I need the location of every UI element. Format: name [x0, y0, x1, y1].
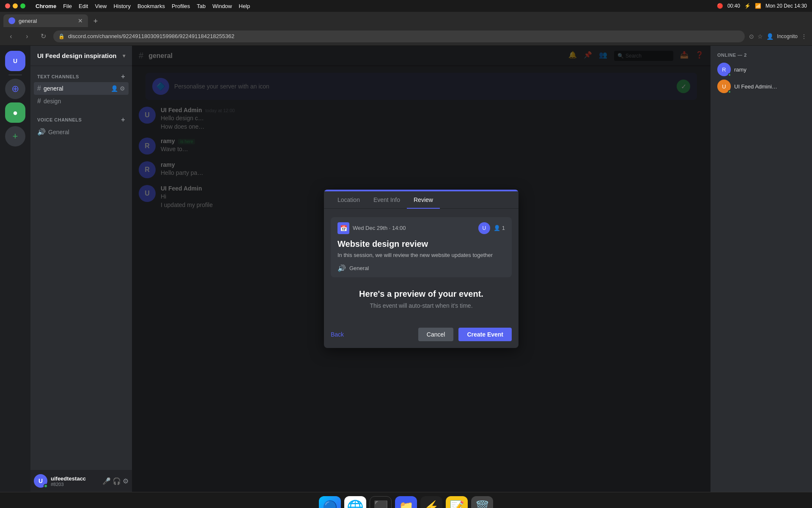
- tab-review[interactable]: Review: [407, 191, 440, 208]
- tab-title: general: [19, 18, 37, 24]
- cancel-button[interactable]: Cancel: [418, 328, 454, 341]
- add-member-icon[interactable]: 👤: [111, 85, 118, 92]
- lock-icon: 🔒: [58, 33, 65, 39]
- dock-folder[interactable]: 📁: [395, 496, 417, 508]
- modal-footer: Back Cancel Create Event: [324, 321, 518, 348]
- menu-view[interactable]: View: [95, 3, 107, 9]
- tab-location[interactable]: Location: [331, 191, 367, 208]
- user-avatar: U: [34, 474, 47, 488]
- text-channels-header: TEXT CHANNELS +: [34, 73, 129, 80]
- menu-window[interactable]: Window: [212, 3, 232, 9]
- server-header[interactable]: UI Feed design inspiration ▾: [30, 46, 132, 66]
- menu-help[interactable]: Help: [239, 3, 250, 9]
- modal-footer-right: Cancel Create Event: [418, 328, 512, 341]
- dock-trash[interactable]: 🗑️: [471, 496, 493, 508]
- user-tag: #8203: [51, 482, 99, 487]
- macos-dock: 🔵 🌐 ⬛ 📁 ⚡ 📝 🗑️: [0, 492, 812, 508]
- battery-icon: 🔴: [717, 3, 723, 9]
- server-name: UI Feed design inspiration: [37, 52, 117, 59]
- incognito-label: Incognito: [777, 33, 798, 39]
- menu-edit[interactable]: Edit: [79, 3, 88, 9]
- refresh-button[interactable]: ↻: [37, 30, 49, 42]
- voice-channel-name: General: [48, 129, 69, 135]
- extensions-icon[interactable]: ⋮: [801, 33, 807, 40]
- discord-app: U ⊕ ● + UI Feed design inspiration ▾ TEX…: [0, 46, 812, 492]
- add-voice-channel-button[interactable]: +: [121, 116, 125, 124]
- settings-icon[interactable]: ⚙: [120, 85, 125, 92]
- bookmark-icon[interactable]: ☆: [757, 33, 763, 40]
- dock-notes[interactable]: 📝: [446, 496, 468, 508]
- user-info: uifeedtestacc #8203: [51, 475, 99, 487]
- modal-body: 📅 Wed Dec 29th · 14:00 U 👤 1: [324, 209, 518, 321]
- channel-item-design[interactable]: # design: [34, 95, 129, 108]
- close-button[interactable]: [5, 3, 10, 8]
- user-settings-icon[interactable]: ⚙: [123, 477, 129, 485]
- topaz-icon: ⚡: [744, 3, 751, 9]
- user-name: uifeedtestacc: [51, 475, 99, 482]
- addressbar-actions: ⊙ ☆ 👤 Incognito ⋮: [749, 33, 807, 40]
- server-badge: U: [478, 222, 490, 234]
- dock-topnotch[interactable]: ⚡: [420, 496, 442, 508]
- online-dot: [728, 73, 731, 77]
- forward-nav-button[interactable]: ›: [21, 30, 33, 42]
- menu-bookmarks[interactable]: Bookmarks: [137, 3, 165, 9]
- modal-backdrop[interactable]: Location Event Info Review 📅: [132, 46, 710, 492]
- dock-chrome[interactable]: 🌐: [344, 496, 366, 508]
- tab-event-info[interactable]: Event Info: [367, 191, 407, 208]
- event-title: Website design review: [337, 239, 505, 249]
- chevron-down-icon: ▾: [123, 53, 125, 59]
- voice-channels-header: VOICE CHANNELS +: [34, 116, 129, 124]
- dock-finder[interactable]: 🔵: [319, 496, 341, 508]
- text-channels-section: TEXT CHANNELS + # general 👤 ⚙ # design: [30, 66, 132, 109]
- traffic-lights[interactable]: [5, 3, 25, 8]
- server-sidebar: U ⊕ ● +: [0, 46, 30, 492]
- speaker-icon: 🔊: [37, 128, 46, 136]
- wifi-icon: 📶: [755, 3, 761, 9]
- tab-close-button[interactable]: ✕: [78, 17, 83, 24]
- server-divider: [8, 75, 22, 75]
- minimize-button[interactable]: [13, 3, 18, 8]
- tab-favicon: [8, 17, 15, 24]
- mute-icon[interactable]: 🎤: [102, 477, 111, 485]
- location-speaker-icon: 🔊: [337, 264, 346, 272]
- maximize-button[interactable]: [20, 3, 25, 8]
- online-name-ramy: ramy: [734, 66, 746, 73]
- profile-icon[interactable]: 👤: [766, 33, 774, 40]
- location-name: General: [349, 265, 369, 271]
- menu-history[interactable]: History: [113, 3, 130, 9]
- event-card-body: Website design review In this session, w…: [331, 239, 512, 277]
- back-nav-button[interactable]: ‹: [5, 30, 17, 42]
- new-tab-button[interactable]: +: [90, 15, 102, 27]
- main-content: # general 🔔 📌 👥 🔍 Search 📥 ❓ 🔷 Personali…: [132, 46, 710, 492]
- voice-channels-label: VOICE CHANNELS: [37, 117, 82, 122]
- online-header: ONLINE — 2: [717, 52, 805, 58]
- create-event-button[interactable]: Create Event: [458, 328, 512, 341]
- app-name[interactable]: Chrome: [36, 3, 56, 9]
- person-icon: 👤: [494, 225, 500, 231]
- add-server-button[interactable]: +: [5, 126, 25, 146]
- event-preview-card: 📅 Wed Dec 29th · 14:00 U 👤 1: [331, 217, 512, 277]
- menu-profiles[interactable]: Profiles: [172, 3, 190, 9]
- server-icon-active[interactable]: U: [5, 51, 25, 71]
- user-controls: 🎤 🎧 ⚙: [102, 477, 129, 485]
- hash-icon: #: [37, 85, 41, 92]
- online-name-admin: UI Feed Admini…: [734, 83, 777, 90]
- back-button[interactable]: Back: [331, 331, 344, 338]
- server-icon-1[interactable]: ⊕: [5, 79, 25, 99]
- channel-item-general[interactable]: # general 👤 ⚙: [34, 82, 129, 95]
- battery-time: 00:40: [727, 3, 740, 9]
- server-icon-2[interactable]: ●: [5, 102, 25, 123]
- online-user-1[interactable]: R ramy: [717, 61, 805, 78]
- macos-menubar: Chrome File Edit View History Bookmarks …: [0, 0, 812, 12]
- attendee-number: 1: [502, 225, 505, 231]
- menu-file[interactable]: File: [63, 3, 72, 9]
- menu-tab[interactable]: Tab: [197, 3, 206, 9]
- reader-icon[interactable]: ⊙: [749, 33, 754, 40]
- deafen-icon[interactable]: 🎧: [112, 477, 121, 485]
- channel-item-general-voice[interactable]: 🔊 General: [34, 125, 129, 138]
- address-bar[interactable]: 🔒 discord.com/channels/92249118030915998…: [53, 30, 745, 42]
- add-text-channel-button[interactable]: +: [121, 73, 125, 80]
- browser-tab-active[interactable]: general ✕: [3, 14, 88, 27]
- dock-terminal[interactable]: ⬛: [370, 496, 392, 508]
- online-user-2[interactable]: U UI Feed Admini…: [717, 78, 805, 95]
